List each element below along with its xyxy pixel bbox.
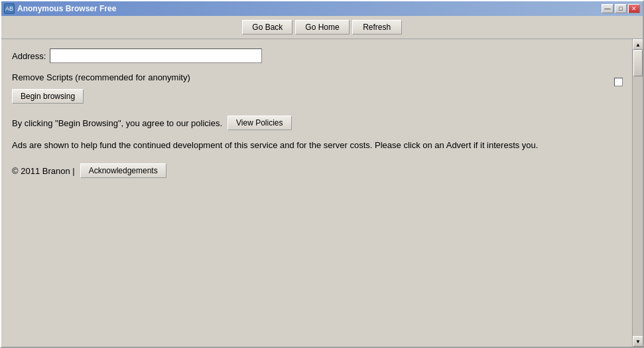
title-bar: AB Anonymous Browser Free — □ ✕ <box>1 1 643 16</box>
ads-text: Ads are shown to help fund the continued… <box>12 139 621 151</box>
main-content: Address: Remove Scripts (recommended for… <box>1 39 632 347</box>
address-input[interactable] <box>50 48 262 63</box>
address-row: Address: <box>12 48 621 63</box>
toolbar: Go Back Go Home Refresh <box>1 16 643 39</box>
policy-text: By clicking "Begin Browsing", you agree … <box>12 118 222 128</box>
refresh-button[interactable]: Refresh <box>352 20 402 35</box>
scrollbar: ▲ ▼ <box>632 39 643 347</box>
policy-row: By clicking "Begin Browsing", you agree … <box>12 116 621 130</box>
scrollbar-thumb[interactable] <box>633 50 643 76</box>
minimize-button[interactable]: — <box>602 4 613 13</box>
title-bar-left: AB Anonymous Browser Free <box>4 3 116 14</box>
copyright-text: © 2011 Branon | <box>12 166 75 176</box>
begin-browsing-button[interactable]: Begin browsing <box>12 89 84 104</box>
main-window: AB Anonymous Browser Free — □ ✕ Go Back … <box>0 0 644 348</box>
view-policies-button[interactable]: View Policies <box>227 116 291 130</box>
scroll-down-button[interactable]: ▼ <box>633 336 643 347</box>
title-buttons: — □ ✕ <box>602 4 640 13</box>
copyright-row: © 2011 Branon | Acknowledgements <box>12 163 621 178</box>
window-title: Anonymous Browser Free <box>17 4 116 13</box>
scripts-row: Remove Scripts (recommended for anonymit… <box>12 72 621 82</box>
remove-scripts-checkbox[interactable] <box>614 78 623 86</box>
go-back-button[interactable]: Go Back <box>242 20 292 35</box>
address-label: Address: <box>12 51 46 61</box>
scroll-up-button[interactable]: ▲ <box>633 39 643 50</box>
scrollbar-track <box>633 50 643 336</box>
close-button[interactable]: ✕ <box>628 4 640 13</box>
content-area: Address: Remove Scripts (recommended for… <box>1 39 643 347</box>
go-home-button[interactable]: Go Home <box>295 20 349 35</box>
maximize-button[interactable]: □ <box>615 4 627 13</box>
scripts-label: Remove Scripts (recommended for anonymit… <box>12 72 190 82</box>
acknowledgements-button[interactable]: Acknowledgements <box>80 163 166 178</box>
app-icon: AB <box>4 3 15 14</box>
